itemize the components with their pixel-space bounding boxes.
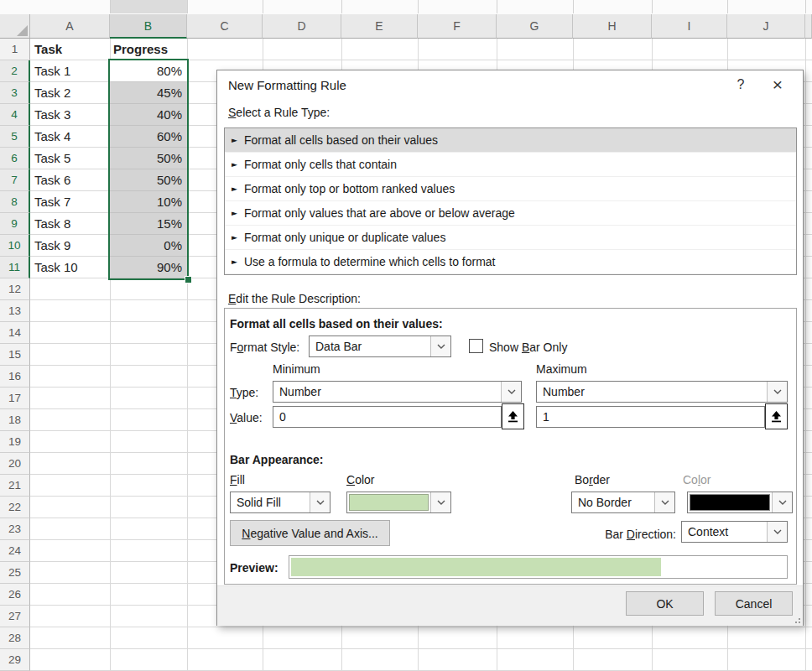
cell-b7[interactable]: 50% [110, 169, 187, 191]
bar-direction-dropdown[interactable]: Context [681, 521, 788, 543]
row-header-20[interactable]: 20 [0, 453, 30, 475]
row-header-25[interactable]: 25 [0, 562, 30, 584]
cancel-button[interactable]: Cancel [715, 591, 793, 616]
cell-b3[interactable]: 45% [110, 82, 187, 104]
row-header-8[interactable]: 8 [0, 191, 30, 213]
row-header-5[interactable]: 5 [0, 126, 30, 148]
row-header-19[interactable]: 19 [0, 431, 30, 453]
row-header-18[interactable]: 18 [0, 409, 30, 431]
row-header-23[interactable]: 23 [0, 518, 30, 540]
min-type-dropdown[interactable]: Number [273, 381, 522, 403]
fill-color-swatch [349, 494, 429, 511]
chevron-down-icon [767, 522, 787, 542]
cell-b6[interactable]: 50% [110, 148, 187, 169]
column-header-f[interactable]: F [418, 14, 497, 39]
min-value-field[interactable]: 0 [273, 406, 502, 428]
border-color-dropdown[interactable] [687, 492, 793, 513]
cell-a9[interactable]: Task 8 [30, 213, 110, 235]
row-header-24[interactable]: 24 [0, 540, 30, 562]
column-header-partial [805, 14, 812, 39]
row-header-9[interactable]: 9 [0, 213, 30, 235]
min-range-picker-button[interactable] [502, 403, 524, 429]
row-header-22[interactable]: 22 [0, 497, 30, 518]
formula-bar-shade [110, 0, 187, 13]
row-header-26[interactable]: 26 [0, 584, 30, 606]
max-type-dropdown[interactable]: Number [536, 381, 788, 403]
cell-a8[interactable]: Task 7 [30, 191, 110, 213]
chevron-down-icon [654, 492, 674, 512]
row-header-7[interactable]: 7 [0, 169, 30, 191]
rule-type-item-3[interactable]: ►Format only values that are above or be… [225, 201, 796, 226]
rule-type-item-1[interactable]: ►Format only cells that contain [225, 153, 796, 177]
row-header-27[interactable]: 27 [0, 606, 30, 627]
column-header-b[interactable]: B [110, 14, 187, 39]
row-header-29[interactable]: 29 [0, 649, 30, 671]
select-all-corner[interactable] [0, 14, 30, 39]
column-headers: A B C D E F G H I J [0, 14, 812, 39]
column-header-a[interactable]: A [30, 14, 110, 39]
row-headers: 1 2 3 4 5 6 7 8 9 10 11 12 13 14 15 16 1… [0, 39, 30, 671]
cell-a1[interactable]: Task [30, 39, 110, 60]
cell-b9[interactable]: 15% [110, 213, 187, 235]
fill-color-dropdown[interactable] [346, 492, 451, 513]
row-header-6[interactable]: 6 [0, 148, 30, 169]
close-button[interactable]: × [759, 70, 796, 99]
ok-button[interactable]: OK [626, 591, 704, 616]
max-range-picker-button[interactable] [765, 403, 788, 429]
row-header-4[interactable]: 4 [0, 104, 30, 126]
chevron-down-icon [310, 492, 330, 512]
cell-a7[interactable]: Task 6 [30, 169, 110, 191]
row-header-14[interactable]: 14 [0, 322, 30, 344]
cell-b8[interactable]: 10% [110, 191, 187, 213]
column-header-e[interactable]: E [341, 14, 418, 39]
border-color-label: Color [683, 473, 710, 486]
cell-b10[interactable]: 0% [110, 235, 187, 257]
row-header-10[interactable]: 10 [0, 235, 30, 257]
resize-grip[interactable] [792, 615, 800, 623]
cell-a4[interactable]: Task 3 [30, 104, 110, 126]
column-header-h[interactable]: H [573, 14, 652, 39]
row-header-17[interactable]: 17 [0, 388, 30, 409]
row-header-2[interactable]: 2 [0, 60, 30, 82]
dialog-title-bar[interactable]: New Formatting Rule ? × [217, 70, 803, 99]
negative-value-axis-button[interactable]: Negative Value and Axis... [230, 520, 390, 546]
row-header-21[interactable]: 21 [0, 475, 30, 497]
column-header-d[interactable]: D [263, 14, 341, 39]
row-header-28[interactable]: 28 [0, 627, 30, 649]
column-header-j[interactable]: J [727, 14, 805, 39]
row-header-1[interactable]: 1 [0, 39, 30, 60]
format-style-dropdown[interactable]: Data Bar [309, 336, 451, 357]
show-bar-only-checkbox[interactable] [469, 339, 483, 353]
cell-a11[interactable]: Task 10 [30, 257, 110, 278]
cell-a3[interactable]: Task 2 [30, 82, 110, 104]
formula-bar-remnant [0, 0, 812, 15]
cell-a6[interactable]: Task 5 [30, 148, 110, 169]
row-header-3[interactable]: 3 [0, 82, 30, 104]
cell-b4[interactable]: 40% [110, 104, 187, 126]
cell-a2[interactable]: Task 1 [30, 60, 110, 82]
row-header-13[interactable]: 13 [0, 300, 30, 322]
cell-b5[interactable]: 60% [110, 126, 187, 148]
help-icon: ? [737, 77, 745, 92]
row-header-15[interactable]: 15 [0, 344, 30, 366]
row-header-11[interactable]: 11 [0, 257, 30, 278]
fill-dropdown[interactable]: Solid Fill [230, 492, 331, 513]
cell-b1[interactable]: Progress [110, 39, 187, 60]
cell-b11[interactable]: 90% [110, 257, 187, 278]
cell-b2[interactable]: 80% [110, 60, 187, 82]
rule-type-item-2[interactable]: ►Format only top or bottom ranked values [225, 177, 796, 201]
help-button[interactable]: ? [722, 70, 759, 99]
cell-a5[interactable]: Task 4 [30, 126, 110, 148]
column-header-g[interactable]: G [497, 14, 573, 39]
column-header-c[interactable]: C [187, 14, 263, 39]
border-dropdown[interactable]: No Border [571, 492, 675, 513]
row-header-16[interactable]: 16 [0, 366, 30, 388]
preview-box [289, 555, 788, 579]
max-value-field[interactable]: 1 [536, 406, 765, 428]
rule-type-item-5[interactable]: ►Use a formula to determine which cells … [225, 250, 796, 274]
row-header-12[interactable]: 12 [0, 278, 30, 300]
rule-type-item-4[interactable]: ►Format only unique or duplicate values [225, 226, 796, 250]
cell-a10[interactable]: Task 9 [30, 235, 110, 257]
rule-type-item-0[interactable]: ►Format all cells based on their values [225, 128, 796, 153]
column-header-i[interactable]: I [652, 14, 727, 39]
